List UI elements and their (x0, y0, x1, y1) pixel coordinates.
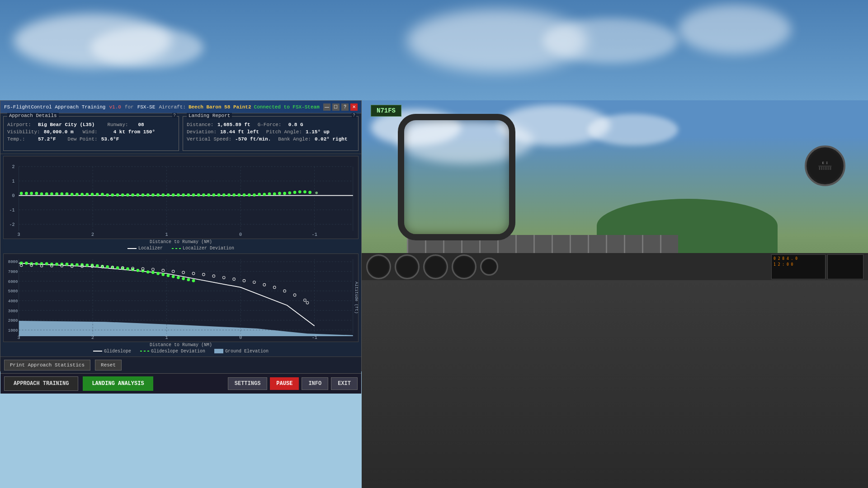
svg-point-131 (116, 266, 119, 269)
pause-button[interactable]: PAUSE (270, 377, 299, 390)
gauge-1 (366, 254, 391, 279)
svg-text:-2: -2 (9, 222, 15, 227)
sim-view: E I ||||||| N71FS 0 2 8 4 . 0 1 2 : 0 0 (362, 100, 868, 280)
aircraft-name: Beech Baron 58 Paint2 (189, 104, 251, 110)
action-btn-left: APPROACH TRAINING LANDING ANALYSIS (4, 376, 153, 391)
title-bar-center: Aircraft: Beech Baron 58 Paint2 Connecte… (159, 104, 319, 110)
exit-button[interactable]: EXIT (331, 377, 358, 390)
gforce-label: G-Force: (258, 122, 285, 127)
svg-point-142 (172, 275, 175, 278)
chart2-wrapper: 8000 7000 6000 5000 4000 3000 2000 1000 … (3, 253, 359, 354)
svg-point-75 (278, 192, 281, 195)
cloud-top-2 (90, 27, 203, 68)
approach-help-icon[interactable]: ? (172, 113, 177, 118)
top-sky-right (362, 0, 868, 100)
settings-button[interactable]: SETTINGS (228, 377, 268, 390)
avionics-display: 0 2 8 4 . 0 1 2 : 0 0 (771, 254, 826, 279)
svg-point-74 (273, 192, 276, 196)
pitch-label: Pitch Angle: (266, 129, 302, 135)
svg-text:6000: 6000 (8, 279, 18, 284)
chart2-x-label: Distance to Runway (NM) (3, 342, 359, 348)
svg-point-41 (106, 193, 109, 197)
svg-text:2: 2 (91, 232, 94, 237)
gauge-4 (452, 254, 476, 279)
callsign-value: N71FS (377, 107, 396, 114)
svg-point-60 (202, 193, 205, 197)
print-stats-button[interactable]: Print Approach Statistics (4, 360, 90, 371)
connected-status: Connected to FSX-Steam (254, 104, 320, 110)
svg-point-40 (101, 193, 104, 196)
svg-point-115 (35, 262, 38, 265)
landing-report-panel: Landing Report ? Distance: 1,685.89 ft G… (183, 116, 359, 151)
svg-point-34 (71, 193, 74, 196)
svg-point-64 (222, 193, 226, 197)
top-sky (0, 0, 362, 100)
chart1-wrapper: 2 1 0 -1 -2 3 2 1 0 -1 (3, 156, 359, 252)
svg-point-65 (227, 193, 231, 197)
svg-point-138 (151, 271, 155, 274)
svg-text:5000: 5000 (8, 289, 18, 294)
svg-point-24 (20, 192, 23, 195)
svg-point-70 (253, 193, 256, 197)
svg-point-29 (45, 192, 48, 196)
distance-label: Distance: (187, 122, 214, 127)
landing-report-title: Landing Report (187, 113, 232, 118)
svg-text:3: 3 (18, 232, 20, 237)
svg-text:1: 1 (165, 232, 168, 237)
svg-point-48 (142, 193, 145, 197)
action-btn-right: SETTINGS PAUSE INFO EXIT (228, 377, 358, 390)
approach-details-title: Approach Details (7, 113, 59, 118)
svg-rect-0 (4, 156, 358, 239)
info-button[interactable]: INFO (302, 377, 328, 390)
gs-deviation-sample (140, 351, 149, 352)
approach-training-button[interactable]: APPROACH TRAINING (4, 376, 78, 391)
svg-point-27 (35, 192, 38, 195)
close-button[interactable]: ✕ (350, 103, 358, 111)
svg-point-54 (172, 193, 175, 197)
ground-elev-sample (214, 349, 223, 353)
svg-text:3000: 3000 (8, 309, 18, 314)
svg-point-62 (212, 193, 215, 197)
svg-point-53 (167, 193, 170, 197)
svg-point-140 (161, 273, 165, 276)
help-button[interactable]: ? (341, 103, 349, 111)
svg-point-71 (258, 193, 261, 196)
maximize-button[interactable]: ☐ (332, 103, 340, 111)
svg-point-52 (161, 193, 165, 197)
svg-point-61 (207, 193, 210, 197)
landing-analysis-button[interactable]: LANDING ANALYSIS (83, 376, 153, 391)
svg-point-79 (298, 190, 302, 193)
svg-point-143 (177, 276, 180, 279)
svg-point-72 (263, 193, 266, 196)
deviation-label: Deviation: (187, 129, 217, 135)
airport-label: Airport: (7, 122, 34, 127)
aircraft-label: Aircraft: (159, 104, 185, 110)
minimize-button[interactable]: — (323, 103, 330, 111)
svg-point-127 (96, 264, 99, 267)
reset-button[interactable]: Reset (95, 360, 122, 371)
pitch-value: 1.15° up (306, 129, 330, 135)
temp-row: Temp.: 57.2°F Dew Point: 53.6°F (7, 136, 175, 142)
svg-point-66 (232, 193, 236, 197)
temp-value: 57.2°F (38, 136, 56, 142)
svg-point-133 (126, 267, 129, 271)
bank-value: 0.02° right (315, 136, 348, 142)
cockpit-window-frame (398, 114, 515, 240)
svg-text:8000: 8000 (8, 260, 18, 265)
svg-point-80 (303, 190, 307, 193)
legend-localizer-label: Localizer (138, 246, 163, 251)
landing-help-icon[interactable]: ? (352, 113, 356, 118)
chart1-x-label: Distance to Runway (NM) (3, 239, 359, 245)
svg-point-47 (136, 193, 139, 197)
svg-point-145 (187, 278, 190, 282)
svg-point-63 (217, 193, 221, 197)
glideslope-line-sample (93, 351, 102, 352)
gforce-value: 0.8 G (288, 122, 303, 127)
main-panel: FS-FlightControl Approach Training v1.0 … (0, 100, 362, 371)
distance-row: Distance: 1,685.89 ft G-Force: 0.8 G (187, 122, 354, 127)
runway-value: 08 (138, 122, 144, 127)
bottom-buttons: Print Approach Statistics Reset (0, 357, 361, 373)
svg-point-57 (187, 193, 190, 197)
svg-point-37 (85, 193, 89, 196)
svg-point-67 (237, 193, 241, 197)
